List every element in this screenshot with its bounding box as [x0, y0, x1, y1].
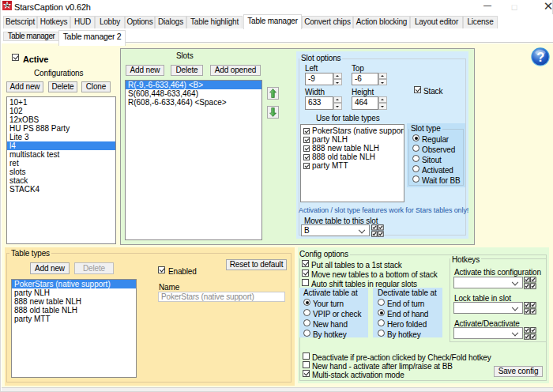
svg-text:?: ?	[536, 50, 544, 64]
svg-text:C: C	[6, 3, 9, 8]
